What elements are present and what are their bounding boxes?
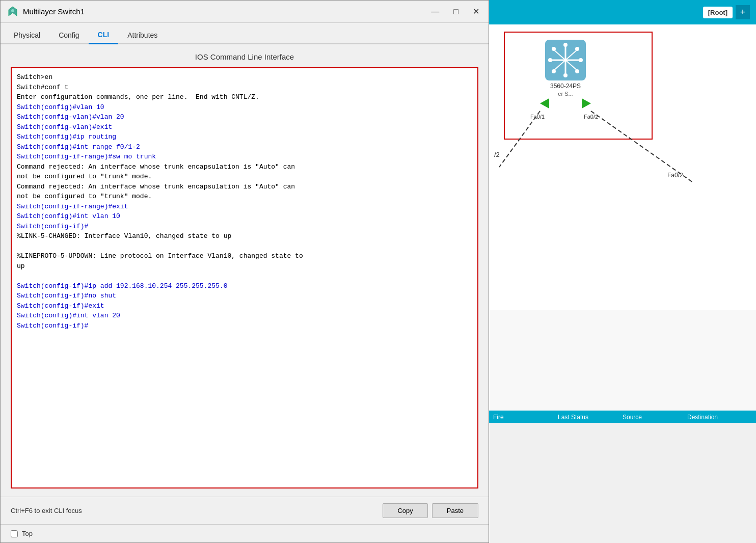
- svg-marker-17: [582, 98, 591, 108]
- cli-line: Switch(config-vlan)#vlan 20: [17, 112, 472, 122]
- svg-text:3560-24PS: 3560-24PS: [550, 83, 581, 90]
- cli-line: Switch(config-if)#: [17, 222, 472, 232]
- cli-line: up: [17, 261, 472, 272]
- main-window: Multilayer Switch1 — □ ✕ Physical Config…: [0, 0, 489, 543]
- top-checkbox[interactable]: [11, 530, 18, 537]
- tab-physical[interactable]: Physical: [5, 27, 49, 43]
- cli-line: Switch(config)#int range f0/1-2: [17, 142, 472, 152]
- svg-point-12: [552, 47, 556, 51]
- tab-bar: Physical Config CLI Attributes: [1, 23, 489, 44]
- window-title: Multilayer Switch1: [23, 7, 85, 16]
- svg-marker-16: [540, 98, 549, 108]
- root-badge: [Root]: [703, 7, 733, 18]
- right-top-bar: [Root] +: [489, 0, 756, 24]
- svg-text:er S...: er S...: [558, 91, 573, 97]
- col-destination: Destination: [687, 414, 752, 421]
- svg-point-13: [575, 47, 579, 51]
- maximize-button[interactable]: □: [450, 6, 462, 17]
- cli-line: %LINK-5-CHANGED: Interface Vlan10, chang…: [17, 231, 472, 241]
- action-buttons: Copy Paste: [383, 503, 478, 518]
- title-left: Multilayer Switch1: [7, 6, 85, 18]
- cli-scroll[interactable]: Switch>en Switch#conf t Enter configurat…: [12, 68, 477, 487]
- cli-line: Switch(config)#ip routing: [17, 132, 472, 142]
- cli-line: %LINEPROTO-5-UPDOWN: Line protocol on In…: [17, 251, 472, 261]
- cli-terminal[interactable]: Switch>en Switch#conf t Enter configurat…: [11, 67, 478, 488]
- table-area: Fire Last Status Source Destination: [489, 411, 756, 543]
- cli-line: Switch(config-if)#no shut: [17, 291, 472, 301]
- cli-line: [17, 271, 472, 281]
- cli-line: not be configured to "trunk" mode.: [17, 172, 472, 182]
- copy-button[interactable]: Copy: [383, 503, 427, 518]
- content-area: IOS Command Line Interface Switch>en Swi…: [1, 44, 489, 497]
- cli-line: not be configured to "trunk" mode.: [17, 192, 472, 202]
- cli-line: Switch(config)#int vlan 20: [17, 311, 472, 321]
- cli-line: Switch(config)#vlan 10: [17, 102, 472, 113]
- close-button[interactable]: ✕: [470, 6, 482, 17]
- svg-text:Fa0/2: Fa0/2: [584, 114, 598, 120]
- cli-line: Switch(config-if-range)#sw mo trunk: [17, 152, 472, 162]
- cli-line: Command rejected: An interface whose tru…: [17, 182, 472, 192]
- tab-config[interactable]: Config: [49, 27, 88, 43]
- cli-line: Switch(config-if)#exit: [17, 301, 472, 311]
- cli-line: Switch(config-if-range)#exit: [17, 202, 472, 212]
- title-bar: Multilayer Switch1 — □ ✕: [1, 1, 489, 23]
- bottom-bar: Ctrl+F6 to exit CLI focus Copy Paste: [1, 497, 489, 524]
- cli-line: Switch(config-if)#: [17, 321, 472, 331]
- col-source: Source: [623, 414, 687, 421]
- section-title: IOS Command Line Interface: [11, 52, 478, 61]
- svg-text:Fa0/1: Fa0/1: [530, 114, 545, 120]
- tab-cli[interactable]: CLI: [89, 26, 119, 44]
- cli-line: Switch>en: [17, 72, 472, 83]
- svg-point-8: [563, 43, 568, 47]
- paste-button[interactable]: Paste: [432, 503, 478, 518]
- svg-point-15: [575, 69, 579, 73]
- tab-attributes[interactable]: Attributes: [118, 27, 167, 43]
- svg-text:Fa0/2: Fa0/2: [667, 172, 683, 179]
- cli-line: Enter configuration commands, one per li…: [17, 92, 472, 102]
- cli-line: Switch(config-if)#ip add 192.168.10.254 …: [17, 281, 472, 291]
- title-controls: — □ ✕: [428, 6, 482, 17]
- svg-point-11: [579, 58, 583, 62]
- help-text: Ctrl+F6 to exit CLI focus: [11, 507, 82, 514]
- svg-point-14: [552, 69, 556, 73]
- svg-point-10: [548, 58, 552, 62]
- cli-line: Switch(config)#int vlan 10: [17, 211, 472, 222]
- svg-point-1: [11, 9, 14, 12]
- svg-point-9: [563, 73, 568, 77]
- cli-line: Command rejected: An interface whose tru…: [17, 162, 472, 172]
- top-label: Top: [22, 530, 33, 537]
- cli-line: [17, 241, 472, 252]
- footer-row: Top: [1, 524, 489, 542]
- cli-line: Switch(config-vlan)#exit: [17, 122, 472, 132]
- app-icon: [7, 6, 19, 18]
- col-last-status: Last Status: [558, 414, 623, 421]
- cli-line: Switch#conf t: [17, 83, 472, 93]
- minimize-button[interactable]: —: [428, 6, 442, 17]
- table-header: Fire Last Status Source Destination: [489, 412, 756, 423]
- plus-button[interactable]: +: [736, 5, 750, 19]
- network-area: 3560-24PS er S... Fa0/1 Fa0/2 Fa0/2 /2: [489, 24, 756, 310]
- network-diagram: 3560-24PS er S... Fa0/1 Fa0/2 Fa0/2 /2: [489, 24, 756, 310]
- right-panel: [Root] +: [489, 0, 756, 543]
- col-fire: Fire: [493, 414, 558, 421]
- svg-text:/2: /2: [494, 151, 500, 158]
